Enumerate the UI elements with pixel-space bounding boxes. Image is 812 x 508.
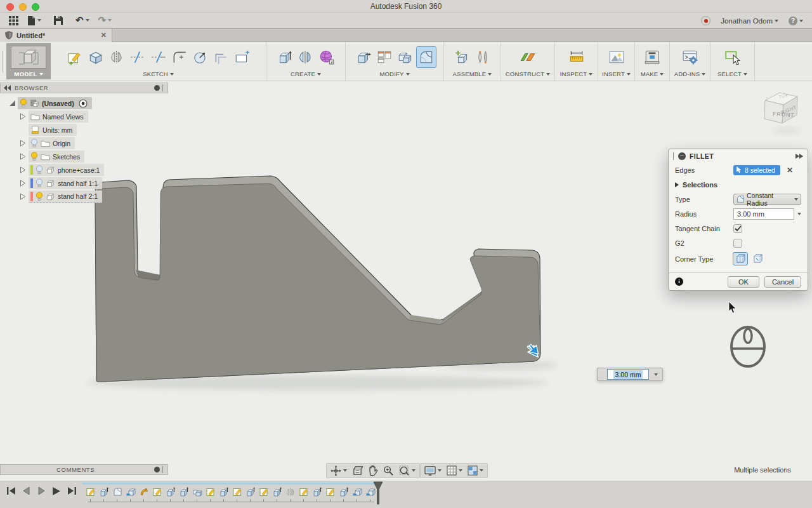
- visibility-bulb-icon-off[interactable]: [36, 178, 43, 188]
- browser-item-chip[interactable]: stand half 1:1: [29, 177, 102, 189]
- timeline-feature-sketch[interactable]: [258, 486, 269, 497]
- toolbar-group-label[interactable]: INSERT: [602, 70, 631, 77]
- ok-button[interactable]: OK: [728, 276, 759, 288]
- file-menu-button[interactable]: [27, 16, 41, 25]
- document-tab[interactable]: Untitled* ✕: [0, 29, 112, 42]
- minimize-window-button[interactable]: [19, 3, 27, 11]
- browser-item-sketches[interactable]: Sketches: [0, 150, 168, 163]
- tab-close-icon[interactable]: ✕: [101, 31, 107, 39]
- tree-expanded-arrow-icon[interactable]: [9, 100, 16, 107]
- collapse-panel-icon[interactable]: [4, 85, 11, 91]
- timeline-step-forward-button[interactable]: [36, 485, 47, 497]
- new-component-tool-button[interactable]: [452, 47, 471, 67]
- viewports-button[interactable]: [466, 464, 485, 477]
- timeline-feature-extrude[interactable]: [338, 486, 349, 497]
- timeline-feature-extrude[interactable]: [218, 486, 229, 497]
- close-window-button[interactable]: [6, 3, 14, 11]
- timeline-feature-component[interactable]: [125, 486, 136, 497]
- timeline-go-to-start-button[interactable]: [5, 485, 16, 497]
- make-print-tool-button[interactable]: [643, 47, 662, 67]
- visibility-bulb-icon-off[interactable]: [36, 165, 43, 175]
- viewports-caret-icon[interactable]: [480, 469, 483, 472]
- timeline-feature-mirror[interactable]: [285, 486, 296, 497]
- grid-caret-icon[interactable]: [459, 469, 462, 472]
- trim-tool-button[interactable]: [128, 47, 147, 67]
- circle-arrow-tool-button[interactable]: [191, 47, 210, 67]
- pan-button[interactable]: [366, 464, 380, 477]
- browser-item-origin[interactable]: Origin: [0, 137, 168, 150]
- fit-caret-icon[interactable]: [412, 469, 416, 472]
- zoom-window-button[interactable]: [32, 3, 39, 11]
- undo-button[interactable]: ↶: [75, 15, 89, 26]
- fillet-dialog-header[interactable]: − FILLET: [669, 149, 808, 163]
- tree-collapsed-arrow-icon[interactable]: [20, 140, 27, 147]
- g2-checkbox[interactable]: [733, 239, 742, 248]
- timeline-feature-combine[interactable]: [192, 486, 202, 497]
- create-sketch-tool-button[interactable]: [65, 47, 84, 67]
- corner-type-rolling-ball-button[interactable]: [733, 253, 747, 265]
- timeline-feature-sketch[interactable]: [298, 486, 309, 497]
- timeline-step-back-button[interactable]: [20, 485, 32, 497]
- browser-item-stand-half-1-1[interactable]: stand half 1:1: [0, 177, 168, 190]
- dialog-dock-icon[interactable]: [796, 154, 803, 159]
- select-tool-button[interactable]: [723, 47, 742, 67]
- browser-item-chip[interactable]: Origin: [29, 137, 75, 149]
- timeline-feature-extrude[interactable]: [311, 486, 322, 497]
- corner-fillet-tool-button[interactable]: [170, 47, 189, 67]
- mirror-sketch-tool-button[interactable]: [107, 47, 126, 67]
- timeline-go-to-end-button[interactable]: [66, 485, 77, 497]
- help-menu[interactable]: ?: [789, 17, 803, 25]
- addins-tool-button[interactable]: [681, 47, 700, 67]
- browser-item-chip[interactable]: Units: mm: [29, 124, 77, 136]
- timeline-feature-sketch[interactable]: [232, 486, 242, 497]
- extend-tool-button[interactable]: [149, 47, 168, 67]
- selections-row[interactable]: Selections: [669, 177, 808, 192]
- visibility-bulb-icon-off[interactable]: [30, 138, 38, 148]
- tree-collapsed-arrow-icon[interactable]: [20, 153, 27, 161]
- zoom-button[interactable]: [381, 464, 396, 477]
- timeline-feature-extrude[interactable]: [245, 486, 256, 497]
- browser-item-units-mm[interactable]: Units: mm: [0, 123, 168, 137]
- tree-collapsed-arrow-icon[interactable]: [20, 180, 27, 187]
- save-button[interactable]: [54, 16, 63, 25]
- radius-input[interactable]: 3.00 mm: [733, 208, 794, 220]
- combine-tool-button[interactable]: [396, 47, 415, 67]
- timeline-feature-fillet[interactable]: [112, 486, 122, 497]
- toolbar-group-label[interactable]: MODIFY: [379, 70, 409, 77]
- timeline-feature-component[interactable]: [351, 486, 362, 497]
- timeline-feature-sketch[interactable]: [205, 486, 216, 497]
- offset-tool-button[interactable]: [212, 47, 231, 67]
- expand-selections-icon[interactable]: [675, 182, 679, 187]
- floating-input-caret-icon[interactable]: [654, 373, 658, 376]
- plane-tool-button[interactable]: [518, 47, 537, 67]
- timeline-feature-sketch[interactable]: [325, 486, 336, 497]
- rect-plus-tool-button[interactable]: [233, 47, 252, 67]
- tangent-chain-checkbox[interactable]: [733, 224, 742, 233]
- corner-type-setback-button[interactable]: [750, 253, 764, 265]
- fillet-type-dropdown[interactable]: Constant Radius: [733, 194, 801, 205]
- comments-grip[interactable]: [162, 466, 165, 473]
- comments-header[interactable]: COMMENTS: [0, 464, 168, 475]
- toolbar-group-label[interactable]: SELECT: [717, 70, 747, 77]
- toolbar-group-label[interactable]: SKETCH: [143, 70, 174, 77]
- browser-header[interactable]: BROWSER: [0, 83, 168, 93]
- clear-edges-icon[interactable]: ✕: [787, 166, 793, 175]
- parameters-tool-button[interactable]: [375, 47, 394, 67]
- form-tool-button[interactable]: [317, 47, 336, 67]
- floating-radius-input[interactable]: 3.00 mm: [597, 368, 663, 381]
- orbit-button[interactable]: [329, 464, 349, 477]
- grid-snap-button[interactable]: [445, 464, 464, 477]
- measure-tool-button[interactable]: [567, 47, 586, 67]
- press-pull-tool-button[interactable]: [354, 47, 373, 67]
- browser-item-chip[interactable]: Named Views: [29, 110, 88, 123]
- orbit-caret-icon[interactable]: [343, 469, 347, 472]
- visibility-bulb-icon-on[interactable]: [20, 98, 27, 108]
- info-icon[interactable]: i: [675, 277, 683, 286]
- fillet3d-tool-button[interactable]: [417, 47, 436, 67]
- edges-selection-chip[interactable]: 8 selected: [733, 165, 780, 175]
- timeline-feature-extrude[interactable]: [165, 486, 176, 497]
- browser-item-chip[interactable]: Sketches: [29, 150, 84, 163]
- revolve-tool-button[interactable]: [296, 47, 315, 67]
- tree-collapsed-arrow-icon[interactable]: [20, 166, 27, 174]
- redo-button[interactable]: ↷: [98, 15, 112, 26]
